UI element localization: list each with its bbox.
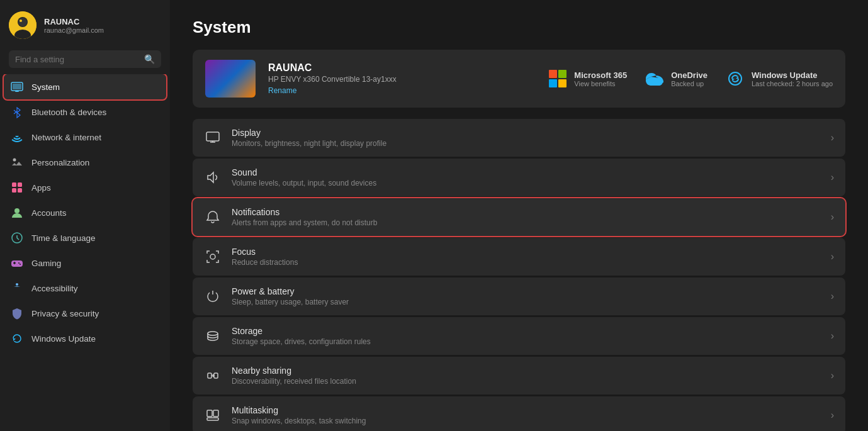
onedrive-icon	[645, 69, 665, 89]
multitasking-icon	[204, 406, 222, 424]
settings-sound-text: Sound Volume levels, output, input, soun…	[232, 167, 831, 188]
sound-icon	[204, 169, 222, 186]
settings-item-multitasking[interactable]: Multitasking Snap windows, desktops, tas…	[193, 396, 845, 431]
sidebar-item-system[interactable]: System	[4, 74, 166, 99]
svg-point-9	[13, 159, 16, 162]
time-icon	[10, 231, 24, 245]
settings-sound-desc: Volume levels, output, input, sound devi…	[232, 179, 831, 188]
settings-item-display[interactable]: Display Monitors, brightness, night ligh…	[193, 119, 845, 157]
settings-display-title: Display	[232, 128, 831, 138]
sidebar-item-apps-label: Apps	[31, 183, 160, 193]
settings-multitasking-title: Multitasking	[232, 405, 831, 415]
sidebar-item-personalization-label: Personalization	[31, 158, 160, 167]
accessibility-icon	[10, 281, 24, 295]
accounts-icon	[10, 206, 24, 220]
settings-item-notifications[interactable]: Notifications Alerts from apps and syste…	[193, 198, 845, 236]
sidebar-item-gaming[interactable]: Gaming	[4, 250, 166, 276]
svg-rect-7	[13, 84, 21, 89]
device-name: RAUNAC	[268, 62, 535, 74]
shortcut-windows-update[interactable]: Windows Update Last checked: 2 hours ago	[725, 69, 833, 89]
page-title: System	[193, 18, 845, 37]
onedrive-subtitle: Backed up	[671, 80, 707, 87]
apps-icon	[10, 181, 24, 194]
device-shortcuts: Microsoft 365 View benefits OneDrive Bac…	[548, 69, 833, 89]
sidebar-item-time-label: Time & language	[31, 233, 160, 243]
shortcut-ms365[interactable]: Microsoft 365 View benefits	[548, 69, 627, 89]
settings-notifications-text: Notifications Alerts from apps and syste…	[232, 207, 831, 227]
settings-storage-text: Storage Storage space, drives, configura…	[232, 326, 831, 346]
sidebar-item-network[interactable]: Network & internet	[4, 125, 166, 150]
svg-rect-24	[208, 373, 211, 378]
shortcut-winupdate-text: Windows Update Last checked: 2 hours ago	[752, 70, 833, 87]
settings-item-focus[interactable]: Focus Reduce distractions ›	[193, 238, 845, 276]
user-email: raunac@gmail.com	[44, 26, 104, 34]
svg-rect-6	[15, 91, 19, 92]
sidebar-item-time[interactable]: Time & language	[4, 225, 166, 250]
settings-item-power[interactable]: Power & battery Sleep, battery usage, ba…	[193, 277, 845, 315]
ms365-subtitle: View benefits	[574, 80, 627, 87]
sidebar-item-accessibility[interactable]: Accessibility	[4, 276, 166, 301]
settings-focus-desc: Reduce distractions	[232, 258, 831, 267]
focus-chevron-icon: ›	[831, 251, 834, 262]
settings-multitasking-desc: Snap windows, desktops, task switching	[232, 417, 831, 425]
storage-chevron-icon: ›	[831, 330, 834, 342]
notifications-icon	[204, 208, 222, 226]
power-chevron-icon: ›	[831, 291, 834, 302]
settings-display-text: Display Monitors, brightness, night ligh…	[232, 128, 831, 148]
svg-rect-13	[18, 188, 22, 193]
svg-rect-11	[18, 182, 22, 187]
settings-focus-text: Focus Reduce distractions	[232, 247, 831, 267]
settings-list: Display Monitors, brightness, night ligh…	[193, 119, 845, 431]
settings-sound-title: Sound	[232, 167, 831, 177]
search-input[interactable]	[15, 55, 139, 64]
svg-rect-21	[206, 132, 219, 141]
device-rename-link[interactable]: Rename	[268, 86, 535, 95]
shortcut-onedrive-text: OneDrive Backed up	[671, 70, 707, 87]
sidebar-item-update[interactable]: Windows Update	[4, 326, 166, 351]
sidebar-nav: System Bluetooth & devices Network &	[0, 74, 170, 431]
sidebar-item-accounts[interactable]: Accounts	[4, 200, 166, 225]
sidebar-item-network-label: Network & internet	[31, 133, 160, 142]
search-box[interactable]: 🔍	[9, 50, 161, 68]
gaming-icon	[10, 256, 24, 270]
onedrive-title: OneDrive	[671, 70, 707, 80]
svg-point-14	[14, 208, 20, 213]
sidebar-item-privacy[interactable]: Privacy & security	[4, 301, 166, 326]
user-profile[interactable]: RAUNAC raunac@gmail.com	[0, 5, 170, 48]
user-info: RAUNAC raunac@gmail.com	[44, 17, 104, 34]
settings-item-sound[interactable]: Sound Volume levels, output, input, soun…	[193, 159, 845, 196]
bluetooth-icon	[10, 105, 24, 119]
network-icon	[10, 130, 24, 144]
settings-item-storage[interactable]: Storage Storage space, drives, configura…	[193, 317, 845, 355]
svg-point-17	[18, 262, 20, 264]
settings-display-desc: Monitors, brightness, night light, displ…	[232, 139, 831, 148]
settings-multitasking-text: Multitasking Snap windows, desktops, tas…	[232, 405, 831, 425]
settings-power-text: Power & battery Sleep, battery usage, ba…	[232, 286, 831, 306]
svg-point-20	[729, 72, 741, 85]
privacy-icon	[10, 306, 24, 320]
winupdate-subtitle: Last checked: 2 hours ago	[752, 80, 833, 87]
svg-point-19	[16, 283, 18, 286]
svg-point-3	[18, 18, 27, 26]
sidebar: RAUNAC raunac@gmail.com 🔍 System	[0, 0, 170, 431]
svg-point-4	[20, 20, 22, 22]
settings-storage-title: Storage	[232, 326, 831, 336]
system-icon	[10, 80, 24, 94]
settings-focus-title: Focus	[232, 247, 831, 257]
settings-item-nearby[interactable]: Nearby sharing Discoverability, received…	[193, 357, 845, 395]
display-chevron-icon: ›	[831, 132, 834, 143]
search-icon: 🔍	[144, 54, 155, 64]
shortcut-onedrive[interactable]: OneDrive Backed up	[645, 69, 707, 89]
svg-rect-10	[12, 182, 16, 187]
sidebar-item-update-label: Windows Update	[31, 334, 160, 344]
sidebar-item-accounts-label: Accounts	[31, 208, 160, 218]
settings-nearby-title: Nearby sharing	[232, 366, 831, 376]
sidebar-item-bluetooth[interactable]: Bluetooth & devices	[4, 99, 166, 125]
display-icon	[204, 129, 222, 147]
notifications-chevron-icon: ›	[831, 211, 834, 223]
device-info: RAUNAC HP ENVY x360 Convertible 13-ay1xx…	[268, 62, 535, 95]
sidebar-item-apps[interactable]: Apps	[4, 175, 166, 200]
ms365-title: Microsoft 365	[574, 70, 627, 80]
sidebar-item-personalization[interactable]: Personalization	[4, 150, 166, 175]
svg-point-23	[208, 332, 218, 335]
